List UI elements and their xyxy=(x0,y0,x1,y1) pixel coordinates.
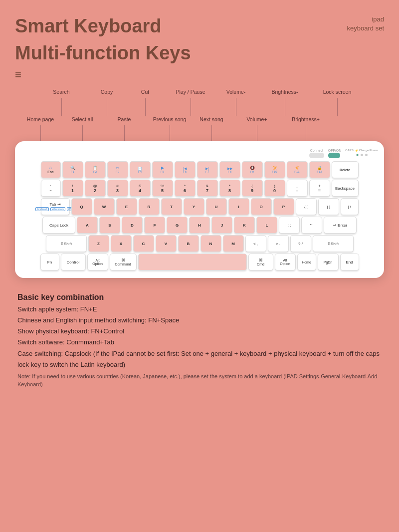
key-9[interactable]: (9 xyxy=(242,180,263,197)
key-lbracket[interactable]: { [ xyxy=(296,198,317,215)
key-q[interactable]: Q xyxy=(71,198,92,215)
key-f6[interactable]: |◀ F6 xyxy=(175,161,196,178)
keyboard-section: Search Copy Cut Play / Pause Volume- Bri… xyxy=(15,89,384,278)
key-l[interactable]: L xyxy=(256,217,277,234)
key-shift-right[interactable]: ⇧Shift xyxy=(313,235,354,252)
info-note: Note: If you need to use various countri… xyxy=(17,372,382,389)
key-delete[interactable]: Delete xyxy=(332,161,359,178)
key-minus[interactable]: _- xyxy=(287,180,308,197)
key-i[interactable]: I xyxy=(228,198,249,215)
key-quote[interactable]: " ' xyxy=(301,217,322,234)
key-f8[interactable]: ▶▶ F8 xyxy=(219,161,240,178)
key-a[interactable]: A xyxy=(77,217,98,234)
key-u[interactable]: U xyxy=(206,198,227,215)
key-p[interactable]: P xyxy=(273,198,294,215)
key-h[interactable]: H xyxy=(189,217,210,234)
info-section: Basic key combination Switch apple syste… xyxy=(15,288,384,391)
key-k[interactable]: K xyxy=(234,217,255,234)
key-cmd-left[interactable]: ⌘Command xyxy=(110,254,137,270)
annotation-search-line xyxy=(61,98,62,116)
key-j[interactable]: J xyxy=(211,217,232,234)
key-period[interactable]: > . xyxy=(268,235,289,252)
key-o[interactable]: O xyxy=(251,198,272,215)
key-6[interactable]: ^6 xyxy=(175,180,196,197)
key-b[interactable]: B xyxy=(178,235,199,252)
info-title: Basic key combination xyxy=(17,293,382,302)
keyboard: Connect OFF/ON CAPS ⚡ Charge Power xyxy=(15,141,384,278)
key-d[interactable]: D xyxy=(122,217,143,234)
key-fn[interactable]: Fn xyxy=(40,254,59,270)
menu-icon[interactable]: ≡ xyxy=(15,68,384,81)
key-4[interactable]: $4 xyxy=(130,180,151,197)
key-space[interactable] xyxy=(138,254,247,270)
key-x[interactable]: X xyxy=(111,235,132,252)
key-m[interactable]: M xyxy=(223,235,244,252)
key-7[interactable]: &7 xyxy=(197,180,218,197)
key-g[interactable]: G xyxy=(167,217,188,234)
info-items: Switch apple system: FN+E Chinese and En… xyxy=(17,304,382,370)
key-y[interactable]: Y xyxy=(184,198,204,215)
annotation-vol-up-line xyxy=(257,125,257,141)
key-comma[interactable]: < , xyxy=(245,235,266,252)
key-w[interactable]: W xyxy=(94,198,115,215)
key-f5[interactable]: ▶ F5 xyxy=(152,161,173,178)
key-slash[interactable]: ? / xyxy=(290,235,311,252)
key-f12[interactable]: 🔒 F12 xyxy=(309,161,330,178)
key-f10[interactable]: 🔆 F10 xyxy=(264,161,285,178)
key-2[interactable]: @2 xyxy=(85,180,106,197)
key-semicolon[interactable]: : ; xyxy=(279,217,300,234)
key-f1[interactable]: 🔍 F1 xyxy=(62,161,83,178)
key-f[interactable]: F xyxy=(144,217,165,234)
key-alt-left[interactable]: AltOption xyxy=(87,254,108,270)
key-f4[interactable]: 📄 F4 xyxy=(130,161,151,178)
key-capslock[interactable]: Caps Lock xyxy=(42,217,75,234)
annotation-paste-line xyxy=(124,125,125,141)
annotation-select-all-line xyxy=(82,125,83,141)
annotation-vol-up: Volume+ xyxy=(246,116,267,122)
key-enter[interactable]: ↵ Enter xyxy=(324,217,357,234)
page-title-line1: Smart Keyboard xyxy=(15,15,191,38)
key-f9[interactable]: 🔇 F9 xyxy=(242,161,263,178)
annotation-next-song-line xyxy=(211,125,212,141)
annotation-home: Home page xyxy=(27,116,54,122)
asdf-key-row: Caps Lock A S D F G H J K L : ; " ' ↵ En… xyxy=(21,217,378,234)
info-item-1: Switch apple system: FN+E xyxy=(17,304,382,315)
key-alt-right[interactable]: AltOption xyxy=(275,254,296,270)
key-8[interactable]: *8 xyxy=(219,180,240,197)
key-e[interactable]: E xyxy=(116,198,137,215)
key-3[interactable]: #3 xyxy=(107,180,128,197)
key-backslash[interactable]: | \ xyxy=(341,198,359,215)
key-shift-left[interactable]: ⇧Shift xyxy=(46,235,87,252)
key-cmd-right[interactable]: ⌘Cmd xyxy=(248,254,273,270)
key-5[interactable]: %5 xyxy=(152,180,173,197)
key-r[interactable]: R xyxy=(139,198,160,215)
key-pgdn[interactable]: PgDn xyxy=(318,254,339,270)
key-0[interactable]: )0 xyxy=(264,180,285,197)
annotation-copy: Copy xyxy=(101,89,113,95)
key-tab[interactable]: Tab ⇥ Android Windows iOS xyxy=(41,198,70,215)
key-t[interactable]: T xyxy=(161,198,182,215)
key-esc[interactable]: ⌂ Esc xyxy=(41,161,61,178)
annotation-cut-line xyxy=(145,98,146,116)
key-home[interactable]: Home xyxy=(297,254,316,270)
key-f7[interactable]: ▶| F7 xyxy=(197,161,218,178)
power-label: OFF/ON xyxy=(328,149,341,158)
connect-label: Connect xyxy=(309,149,324,158)
key-equals[interactable]: += xyxy=(309,180,330,197)
key-z[interactable]: Z xyxy=(88,235,109,252)
key-end[interactable]: End xyxy=(340,254,359,270)
key-f3[interactable]: ✂ F3 xyxy=(107,161,128,178)
key-f11[interactable]: 🔅 F11 xyxy=(287,161,308,178)
key-backtick[interactable]: `~ xyxy=(41,180,61,197)
key-rbracket[interactable]: } ] xyxy=(318,198,339,215)
key-control[interactable]: Control xyxy=(61,254,86,270)
key-c[interactable]: C xyxy=(133,235,154,252)
key-1[interactable]: !1 xyxy=(62,180,83,197)
key-backspace[interactable]: Backspace xyxy=(332,180,359,197)
info-item-4: Switch software: Conmmand+Tab xyxy=(17,337,382,348)
key-n[interactable]: N xyxy=(200,235,221,252)
annotation-vol-down-line xyxy=(236,98,236,116)
key-v[interactable]: V xyxy=(156,235,177,252)
key-s[interactable]: S xyxy=(99,217,120,234)
key-f2[interactable]: 📋 F2 xyxy=(85,161,106,178)
